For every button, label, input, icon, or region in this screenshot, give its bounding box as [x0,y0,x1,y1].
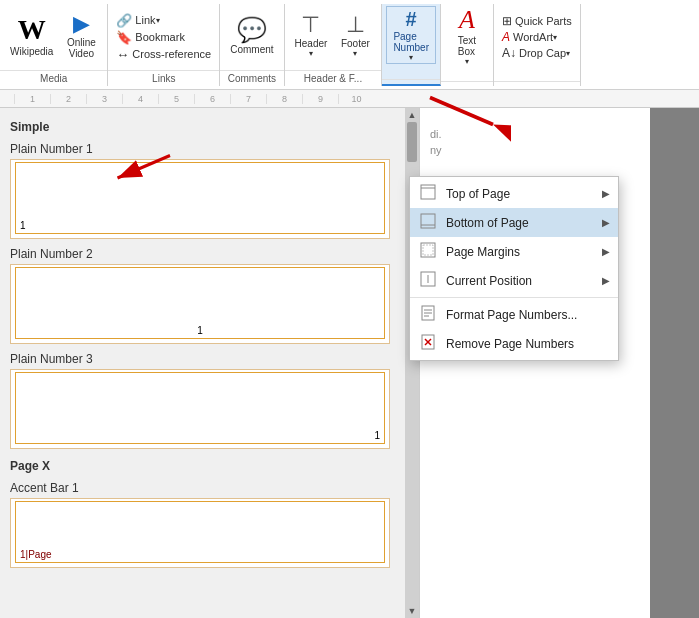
svg-rect-2 [421,214,435,228]
svg-rect-5 [423,245,433,255]
current-position-icon [420,271,440,290]
link-dropdown-arrow: ▾ [156,16,160,25]
menu-separator [410,297,618,298]
text-box-group: A TextBox ▾ [441,4,494,86]
plain-number-2-box: 1 [15,267,385,339]
main-area: Simple Plain Number 1 1 Plain Number 2 1… [0,108,699,618]
page-number-group: # PageNumber ▾ [382,4,441,86]
scroll-up-arrow[interactable]: ▲ [408,110,417,120]
doc-text-line1: di. [430,128,442,140]
quick-parts-group: ⊞ Quick Parts A WordArt ▾ A↓ Drop Cap ▾ [494,4,581,86]
footer-label: Footer [341,38,370,49]
bottom-of-page-item[interactable]: Bottom of Page ▶ [410,208,618,237]
format-page-numbers-item[interactable]: Format Page Numbers... [410,300,618,329]
wikipedia-button[interactable]: W Wikipedia [4,6,59,64]
page-number-group-label [382,79,440,84]
section-simple-label: Simple [10,120,409,134]
ruler-mark: 10 [338,94,374,104]
remove-page-numbers-item[interactable]: Remove Page Numbers [410,329,618,358]
ruler-mark: 4 [122,94,158,104]
comments-group-label: Comments [220,70,283,86]
accent-bar-1-box: 1|Page [15,501,385,563]
header-button[interactable]: ⊤ Header ▾ [289,6,334,64]
plain-number-3-number: 1 [374,430,380,441]
ruler-mark: 2 [50,94,86,104]
plain-number-3-preview[interactable]: 1 [10,369,390,449]
header-label: Header [295,38,328,49]
top-of-page-arrow: ▶ [602,188,610,199]
drop-cap-button[interactable]: A↓ Drop Cap ▾ [498,45,576,61]
top-of-page-icon [420,184,440,203]
ruler-mark: 7 [230,94,266,104]
gallery-panel[interactable]: Simple Plain Number 1 1 Plain Number 2 1… [0,108,420,618]
page-margins-arrow: ▶ [602,246,610,257]
top-of-page-label: Top of Page [446,187,510,201]
link-label: Link [135,14,155,26]
plain-number-2-number: 1 [197,325,203,336]
svg-rect-0 [421,185,435,199]
document-text: di. ny [430,128,442,156]
comment-button[interactable]: 💬 Comment [224,6,279,64]
bookmark-button[interactable]: 🔖 Bookmark [112,29,215,46]
footer-icon: ⊥ [346,12,365,38]
format-page-numbers-icon [420,305,440,324]
text-box-button[interactable]: A TextBox ▾ [445,6,489,64]
ruler: 1 2 3 4 5 6 7 8 9 10 [0,90,699,108]
word-art-label: WordArt [513,31,553,43]
scroll-thumb[interactable] [407,122,417,162]
format-page-numbers-label: Format Page Numbers... [446,308,577,322]
quick-parts-col: ⊞ Quick Parts A WordArt ▾ A↓ Drop Cap ▾ [498,6,576,68]
links-icons: 🔗 Link ▾ 🔖 Bookmark ↔ Cross-reference [112,6,215,68]
bookmark-icon: 🔖 [116,30,132,45]
right-panel: di. ny Top of Page ▶ Bottom of Page ▶ [420,108,699,618]
page-margins-item[interactable]: Page Margins ▶ [410,237,618,266]
remove-page-numbers-label: Remove Page Numbers [446,337,574,351]
drop-cap-label: Drop Cap [519,47,566,59]
text-box-label: TextBox [458,35,476,57]
accent-bar-1-preview[interactable]: 1|Page [10,498,390,568]
link-button[interactable]: 🔗 Link ▾ [112,12,215,29]
plain-number-1-box: 1 [15,162,385,234]
ruler-mark: 9 [302,94,338,104]
page-margins-label: Page Margins [446,245,520,259]
online-video-button[interactable]: ▶ OnlineVideo [59,6,103,64]
doc-text-line2: ny [430,144,442,156]
plain-number-3-box: 1 [15,372,385,444]
page-number-arrow: ▾ [409,53,413,62]
online-video-icon: ▶ [73,11,90,37]
links-group-label: Links [108,70,219,86]
ruler-mark: 3 [86,94,122,104]
quick-parts-button[interactable]: ⊞ Quick Parts [498,13,576,29]
header-footer-group: ⊤ Header ▾ ⊥ Footer ▾ Header & F... [285,4,383,86]
header-arrow: ▾ [309,49,313,58]
cross-reference-button[interactable]: ↔ Cross-reference [112,46,215,63]
word-art-icon: A [502,30,510,44]
current-position-arrow: ▶ [602,275,610,286]
text-box-group-label [441,81,493,86]
top-of-page-item[interactable]: Top of Page ▶ [410,179,618,208]
text-box-icon: A [459,5,475,35]
bottom-of-page-label: Bottom of Page [446,216,529,230]
media-group: W Wikipedia ▶ OnlineVideo Media [0,4,108,86]
page-number-button[interactable]: # PageNumber ▾ [386,6,436,64]
comments-group: 💬 Comment Comments [220,4,284,86]
scroll-down-arrow[interactable]: ▼ [408,606,417,616]
header-icon: ⊤ [301,12,320,38]
header-footer-group-label: Header & F... [285,70,382,86]
current-position-label: Current Position [446,274,532,288]
current-position-item[interactable]: Current Position ▶ [410,266,618,295]
word-art-button[interactable]: A WordArt ▾ [498,29,576,45]
wikipedia-icon: W [18,14,46,46]
page-margins-icon [420,242,440,261]
quick-parts-group-label [494,81,580,86]
cross-reference-icon: ↔ [116,47,129,62]
links-group: 🔗 Link ▾ 🔖 Bookmark ↔ Cross-reference Li… [108,4,220,86]
footer-button[interactable]: ⊥ Footer ▾ [333,6,377,64]
bottom-of-page-arrow: ▶ [602,217,610,228]
plain-number-1-preview[interactable]: 1 [10,159,390,239]
ribbon: W Wikipedia ▶ OnlineVideo Media 🔗 Link ▾… [0,0,699,90]
plain-number-3-label: Plain Number 3 [10,352,409,366]
plain-number-2-preview[interactable]: 1 [10,264,390,344]
ruler-mark: 6 [194,94,230,104]
bookmark-label: Bookmark [135,31,185,43]
